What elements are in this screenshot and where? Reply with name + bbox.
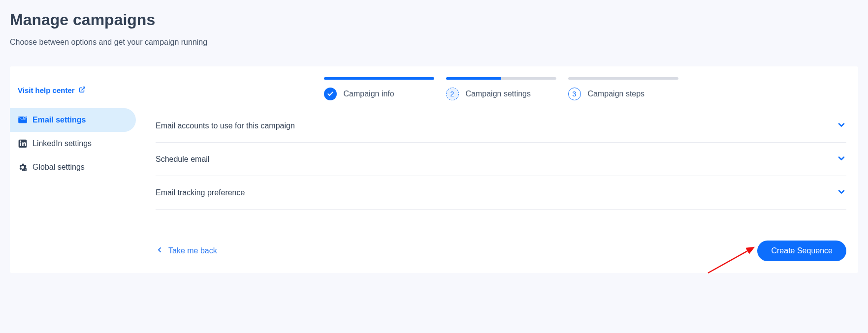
create-sequence-button[interactable]: Create Sequence [757,241,846,261]
chevron-down-icon [836,187,846,198]
sidebar-item-label: Email settings [32,116,86,124]
step-campaign-settings[interactable]: 2 Campaign settings [446,77,556,100]
accordion-title: Email accounts to use for this campaign [156,121,295,130]
accordion-email-tracking[interactable]: Email tracking preference [156,176,846,210]
sidebar-item-label: LinkedIn settings [32,139,92,148]
back-link-label: Take me back [168,246,217,255]
gear-icon [18,162,28,172]
help-center-label: Visit help center [18,86,75,94]
sidebar-item-linkedin-settings[interactable]: LinkedIn settings [10,132,136,155]
chevron-down-icon [836,120,846,131]
step-label: Campaign info [344,90,394,98]
chevron-left-icon [156,246,163,256]
sidebar-item-email-settings[interactable]: Email settings [10,108,136,132]
sidebar-item-label: Global settings [32,163,85,172]
accordion-schedule-email[interactable]: Schedule email [156,143,846,176]
step-label: Campaign steps [588,90,645,98]
page-title: Manage campaigns [10,11,858,29]
svg-point-4 [20,141,21,142]
step-campaign-info[interactable]: Campaign info [324,77,434,100]
accordion-title: Schedule email [156,155,209,164]
sidebar-item-global-settings[interactable]: Global settings [10,155,136,179]
accordion-email-accounts[interactable]: Email accounts to use for this campaign [156,109,846,143]
step-campaign-steps[interactable]: 3 Campaign steps [568,77,678,100]
external-link-icon [79,86,86,94]
help-center-link[interactable]: Visit help center [10,86,144,108]
step-check-icon [324,88,337,100]
chevron-down-icon [836,153,846,165]
svg-point-6 [25,170,26,171]
stepper: Campaign info 2 Campaign settings 3 Camp… [156,77,846,109]
main-panel: Campaign info 2 Campaign settings 3 Camp… [144,66,858,273]
sidebar: Visit help center Email settings LinkedI… [10,66,144,273]
settings-card: Visit help center Email settings LinkedI… [10,66,858,273]
accordion-title: Email tracking preference [156,188,245,197]
linkedin-icon [18,139,28,149]
step-number: 2 [446,88,459,100]
step-number: 3 [568,88,581,100]
svg-line-0 [81,87,84,90]
svg-rect-3 [20,143,22,147]
email-icon [18,115,28,125]
page-subtitle: Choose between options and get your camp… [10,38,858,47]
step-label: Campaign settings [466,90,531,98]
back-link[interactable]: Take me back [156,246,217,256]
